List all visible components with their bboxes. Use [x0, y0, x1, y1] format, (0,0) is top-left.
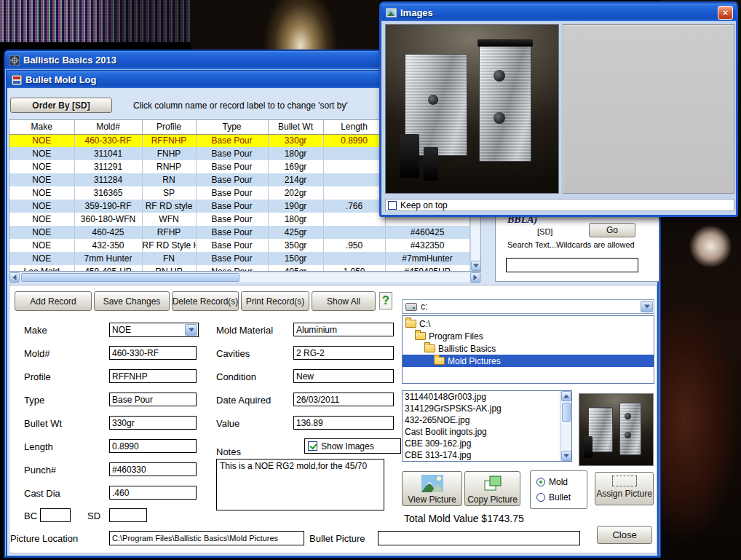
table-cell: #459405HP	[385, 265, 469, 272]
file-scroll-thumb[interactable]	[562, 403, 571, 422]
table-cell: NOE	[9, 173, 74, 186]
delete-records-button[interactable]: Delete Record(s)	[172, 291, 239, 311]
column-header[interactable]: Bullet Wt	[268, 120, 323, 134]
column-header[interactable]: Length	[323, 120, 385, 134]
show-images-box[interactable]: Show Images	[304, 438, 401, 454]
table-cell	[323, 186, 385, 200]
show-images-checkbox[interactable]	[308, 441, 317, 451]
table-cell	[323, 226, 385, 239]
column-header[interactable]: Mold#	[74, 120, 142, 134]
radio-bullet-label: Bullet	[549, 492, 571, 502]
table-cell: NOE	[9, 252, 74, 265]
folder-name: C:\	[419, 319, 430, 329]
print-records-button[interactable]: Print Record(s)	[241, 291, 309, 311]
date-aquired-field[interactable]: 26/03/2011	[293, 393, 394, 406]
column-header[interactable]: Make	[9, 120, 74, 134]
scroll-left-button[interactable]	[9, 272, 20, 283]
table-row[interactable]: NOE7mm HunterFNBase Pour150gr#7mmHunter	[9, 252, 469, 265]
notes-field[interactable]: This is a NOE RG2 mold,for the 45/70	[216, 459, 384, 510]
horizontal-scroll-thumb[interactable]	[21, 273, 239, 282]
table-cell: 214gr	[268, 173, 323, 186]
make-select[interactable]: NOE	[109, 323, 199, 337]
radio-mold[interactable]: Mold	[536, 477, 587, 487]
folder-item[interactable]: Mold Pictures	[403, 355, 654, 367]
view-picture-button[interactable]: View Picture	[402, 471, 462, 506]
background-static-noise	[0, 0, 191, 42]
table-cell: 150gr	[268, 252, 323, 265]
picture-type-group: Mold Bullet	[530, 470, 587, 509]
mold-number-field[interactable]: 460-330-RF	[109, 346, 197, 360]
bullet-picture-field[interactable]	[378, 531, 580, 545]
mold-log-icon	[12, 75, 22, 85]
punch-field[interactable]: #460330	[109, 462, 197, 476]
drive-dropdown-arrow-icon[interactable]	[641, 301, 653, 312]
folder-name: Program Files	[429, 331, 483, 342]
bc-field[interactable]	[40, 508, 71, 522]
length-label: Length	[24, 441, 53, 452]
assign-picture-button[interactable]: Assign Picture	[595, 472, 654, 505]
assign-picture-label: Assign Picture	[596, 489, 652, 499]
keep-on-top-label: Keep on top	[400, 200, 448, 210]
scroll-down-button[interactable]	[471, 261, 481, 271]
table-row[interactable]: NOE432-350RF RD Style HPBase Pour350gr.9…	[9, 239, 469, 252]
profile-field[interactable]: RFFNHP	[109, 369, 197, 383]
table-row[interactable]: Lee Mold459-405-HPRN HPNose Pour405gr1.0…	[9, 265, 469, 272]
type-field[interactable]: Base Pour	[109, 393, 197, 406]
folder-item[interactable]: Program Files	[403, 330, 654, 342]
picture-location-label: Picture Location	[10, 533, 78, 544]
table-cell: 190gr	[268, 200, 323, 213]
picture-location-field[interactable]: C:\Program Files\Ballistic Basics\Mold P…	[109, 531, 304, 545]
empty-image-panel	[563, 24, 734, 194]
file-item[interactable]: 311440148Gr003.jpg	[403, 391, 560, 403]
table-cell: Base Pour	[196, 147, 268, 160]
file-item[interactable]: Cast Boolit ingots.jpg	[403, 426, 560, 438]
scroll-right-button[interactable]	[470, 272, 480, 283]
images-dialog-titlebar[interactable]: Images	[381, 4, 736, 21]
drive-select[interactable]: c:	[402, 299, 654, 314]
table-cell: NOE	[9, 239, 74, 252]
copy-picture-button[interactable]: Copy Picture	[464, 471, 520, 506]
folder-item[interactable]: C:\	[403, 318, 654, 330]
value-field[interactable]: 136.89	[293, 416, 394, 430]
column-header[interactable]: Type	[196, 120, 268, 134]
table-cell: Base Pour	[196, 226, 268, 239]
make-dropdown-arrow-icon[interactable]	[185, 324, 197, 336]
scroll-down-button[interactable]	[561, 451, 571, 461]
folder-name: Mold Pictures	[448, 356, 501, 366]
drive-value: c:	[421, 301, 427, 312]
table-horizontal-scrollbar[interactable]	[9, 272, 481, 283]
file-list-scrollbar[interactable]	[560, 391, 571, 461]
length-field[interactable]: 0.8990	[109, 439, 197, 453]
add-record-button[interactable]: Add Record	[15, 291, 92, 311]
close-icon[interactable]: ×	[718, 6, 733, 20]
mold-material-field[interactable]: Aluminium	[293, 323, 394, 336]
close-button[interactable]: Close	[597, 526, 652, 544]
table-row[interactable]: NOE460-425RFHPBase Pour425gr#460425	[9, 226, 469, 239]
keep-on-top-checkbox[interactable]	[388, 201, 397, 210]
help-button[interactable]: ?	[379, 292, 392, 309]
file-item[interactable]: 314129GrSPSKS-AK.jpg	[403, 403, 560, 414]
condition-field[interactable]: New	[293, 369, 394, 383]
go-button[interactable]: Go	[589, 223, 635, 237]
table-cell: 405gr	[268, 265, 323, 272]
sd-field[interactable]	[109, 508, 147, 522]
search-input[interactable]	[506, 258, 638, 272]
file-item[interactable]: CBE 313-174.jpg	[403, 449, 560, 461]
table-cell: RFHP	[142, 226, 196, 239]
table-cell	[323, 160, 385, 173]
radio-bullet[interactable]: Bullet	[536, 492, 587, 502]
column-header[interactable]: Profile	[142, 120, 196, 134]
cast-dia-field[interactable]: .460	[109, 486, 197, 500]
folder-item[interactable]: Ballistic Basics	[403, 342, 654, 355]
show-images-label: Show Images	[321, 441, 374, 451]
order-by-button[interactable]: Order By [SD]	[10, 98, 112, 113]
show-all-button[interactable]: Show All	[312, 291, 376, 311]
file-item[interactable]: 432-265NOE.jpg	[403, 414, 560, 426]
save-changes-button[interactable]: Save Changes	[94, 291, 170, 311]
sort-field-label: [SD]	[537, 227, 552, 236]
cavities-field[interactable]: 2 RG-2	[293, 346, 394, 360]
scroll-up-button[interactable]	[561, 391, 571, 401]
bullet-wt-field[interactable]: 330gr	[109, 416, 197, 430]
images-dialog-icon	[386, 8, 397, 17]
file-item[interactable]: CBE 309-162.jpg	[403, 438, 560, 449]
